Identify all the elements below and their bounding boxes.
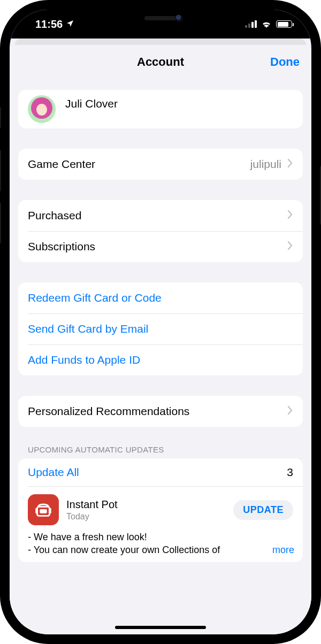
send-gift-label: Send Gift Card by Email [28,323,293,335]
page-title: Account [137,55,184,69]
svg-rect-1 [40,509,47,513]
redeem-label: Redeem Gift Card or Code [28,292,293,304]
chevron-right-icon [287,209,293,222]
add-funds-row[interactable]: Add Funds to Apple ID [18,344,303,375]
subscriptions-row[interactable]: Subscriptions [18,231,303,262]
profile-name: Juli Clover [65,97,118,110]
updates-group: Update All 3 [18,458,303,562]
gamecenter-value: julipuli [250,158,281,171]
gamecenter-row[interactable]: Game Center julipuli [18,149,303,180]
avatar [28,95,56,123]
more-button[interactable]: more [259,543,294,556]
recommendations-group: Personalized Recommendations [18,396,303,427]
redeem-row[interactable]: Redeem Gift Card or Code [18,282,303,313]
updates-section-header: UPCOMING AUTOMATIC UPDATES [18,445,303,458]
app-update-date: Today [66,512,226,522]
app-update-row[interactable]: Instant Pot Today UPDATE [18,487,303,531]
subscriptions-label: Subscriptions [28,240,287,253]
wifi-icon [261,20,272,28]
recommendations-label: Personalized Recommendations [28,405,287,418]
release-note-line: - We have a fresh new look! [28,531,293,543]
device-notch [104,10,217,28]
sheet-background-card [15,39,306,45]
actions-group: Redeem Gift Card or Code Send Gift Card … [18,282,303,375]
purchased-row[interactable]: Purchased [18,200,303,231]
status-time: 11:56 [35,18,63,30]
chevron-right-icon [287,405,293,418]
navigation-bar: Account Done [10,45,311,79]
location-icon [66,18,74,30]
release-note-line: - You can now create your own Collection… [28,543,293,556]
update-all-button[interactable]: Update All [28,466,79,479]
purchases-group: Purchased Subscriptions [18,200,303,262]
purchased-label: Purchased [28,209,287,222]
cellular-signal-icon [245,20,257,28]
chevron-right-icon [287,158,293,171]
update-button[interactable]: UPDATE [233,500,293,520]
chevron-right-icon [287,240,293,253]
gamecenter-label: Game Center [28,158,250,171]
profile-row[interactable]: Juli Clover [18,90,303,128]
add-funds-label: Add Funds to Apple ID [28,354,293,366]
battery-icon [276,20,292,28]
home-indicator[interactable] [115,626,206,629]
app-name: Instant Pot [66,499,226,511]
recommendations-row[interactable]: Personalized Recommendations [18,396,303,427]
release-notes: - We have a fresh new look! - You can no… [18,531,303,562]
profile-group: Juli Clover [18,90,303,128]
updates-count: 3 [287,466,293,479]
gamecenter-group: Game Center julipuli [18,149,303,180]
instant-pot-app-icon [28,494,59,525]
done-button[interactable]: Done [270,55,300,69]
send-gift-row[interactable]: Send Gift Card by Email [18,313,303,344]
